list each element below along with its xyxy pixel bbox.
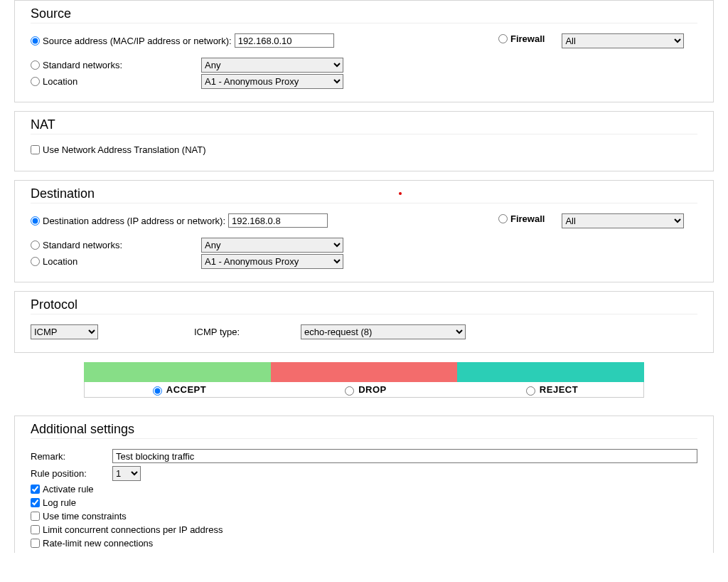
radio-action-reject[interactable]: [526, 386, 535, 396]
icmp-type-select[interactable]: echo-request (8): [301, 324, 466, 339]
destination-firewall-label: Firewall: [510, 213, 545, 224]
rule-position-label: Rule position:: [31, 468, 112, 479]
action-color-accept: [84, 362, 271, 382]
checkbox-activate-rule[interactable]: [31, 485, 40, 494]
radio-destination-standard-networks[interactable]: [31, 240, 40, 250]
radio-destination-address[interactable]: [31, 216, 40, 226]
additional-title: Additional settings: [31, 416, 697, 439]
radio-action-drop[interactable]: [345, 386, 354, 396]
radio-action-accept[interactable]: [153, 386, 162, 396]
panel-protocol: Protocol ICMP ICMP type: echo-request (8…: [14, 291, 714, 353]
destination-std-net-label: Standard networks:: [43, 240, 122, 250]
source-address-label: Source address (MAC/IP address or networ…: [43, 36, 232, 46]
source-firewall-label: Firewall: [510, 33, 545, 44]
destination-location-label: Location: [43, 256, 77, 267]
rule-position-select[interactable]: 1: [112, 466, 141, 481]
radio-source-standard-networks[interactable]: [31, 60, 40, 70]
destination-title: Destination: [31, 181, 697, 203]
checkbox-rate-limit[interactable]: [31, 539, 40, 548]
panel-source: Source Source address (MAC/IP address or…: [14, 0, 714, 102]
action-bar: ACCEPT DROP REJECT: [83, 361, 645, 398]
radio-source-firewall[interactable]: [498, 34, 508, 43]
rate-limit-label: Rate-limit new connections: [43, 538, 153, 549]
source-location-label: Location: [43, 76, 77, 87]
source-title: Source: [31, 1, 697, 23]
remark-label: Remark:: [31, 451, 112, 462]
source-std-net-label: Standard networks:: [43, 60, 122, 70]
action-color-drop: [271, 362, 458, 382]
destination-address-input[interactable]: [228, 213, 328, 228]
protocol-select[interactable]: ICMP: [31, 324, 98, 339]
source-location-select[interactable]: A1 - Anonymous Proxy: [201, 74, 343, 89]
nat-title: NAT: [31, 112, 697, 134]
action-color-reject: [457, 362, 644, 382]
destination-location-select[interactable]: A1 - Anonymous Proxy: [201, 254, 343, 269]
time-constraints-label: Use time constraints: [43, 511, 127, 522]
radio-destination-firewall[interactable]: [498, 214, 508, 223]
checkbox-log-rule[interactable]: [31, 498, 40, 507]
checkbox-limit-connections[interactable]: [31, 525, 40, 534]
destination-std-net-select[interactable]: Any: [201, 238, 343, 253]
use-nat-label: Use Network Address Translation (NAT): [43, 144, 206, 155]
source-std-net-select[interactable]: Any: [201, 58, 343, 73]
checkbox-time-constraints[interactable]: [31, 512, 40, 521]
remark-input[interactable]: [112, 449, 697, 463]
source-firewall-select[interactable]: All: [562, 33, 684, 48]
action-drop-label: DROP: [358, 384, 387, 395]
radio-destination-location[interactable]: [31, 257, 40, 266]
checkbox-use-nat[interactable]: [31, 145, 40, 154]
panel-destination: Destination Destination address (IP addr…: [14, 180, 714, 282]
source-address-input[interactable]: [235, 33, 334, 48]
radio-source-address[interactable]: [31, 36, 40, 46]
icmp-type-label: ICMP type:: [194, 327, 301, 337]
red-dot-indicator: [399, 192, 402, 195]
destination-address-label: Destination address (IP address or netwo…: [43, 216, 225, 226]
activate-rule-label: Activate rule: [43, 484, 94, 494]
destination-firewall-select[interactable]: All: [562, 213, 684, 228]
panel-additional-settings: Additional settings Remark: Rule positio…: [14, 416, 714, 553]
action-accept-label: ACCEPT: [166, 384, 206, 395]
log-rule-label: Log rule: [43, 497, 76, 508]
radio-source-location[interactable]: [31, 77, 40, 86]
limit-connections-label: Limit concurrent connections per IP addr…: [43, 524, 223, 535]
protocol-title: Protocol: [31, 292, 697, 314]
panel-nat: NAT Use Network Address Translation (NAT…: [14, 111, 714, 171]
action-reject-label: REJECT: [540, 384, 578, 395]
